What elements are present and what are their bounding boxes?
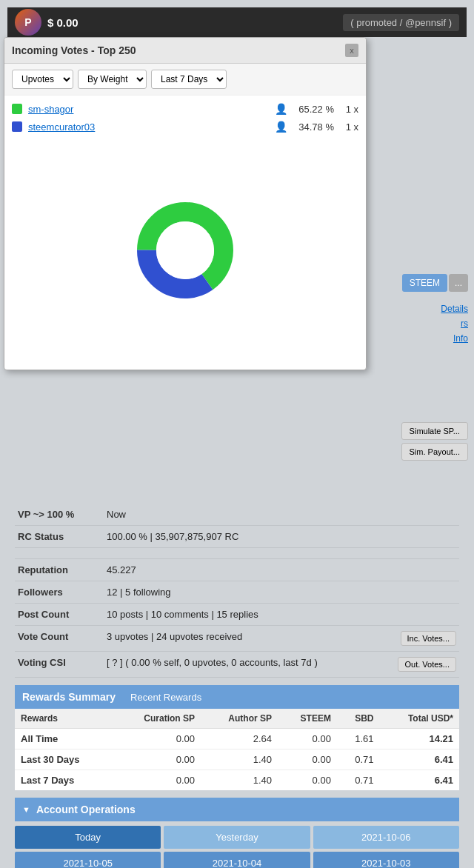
vote-color-blue [12,121,22,132]
reputation-label: Reputation [15,559,104,581]
rewards-curation-30days: 0.00 [113,750,201,770]
promoted-label: ( promoted / @pennsif ) [343,14,459,31]
col-rewards: Rewards [15,709,113,729]
rewards-author-30days: 1.40 [201,750,278,770]
ops-cell-1006[interactable]: 2021-10-06 [313,826,459,849]
voting-csi-row: Voting CSI [ ? ] ( 0.00 % self, 0 upvote… [15,652,459,678]
more-button[interactable]: ... [449,274,468,292]
vote-color-green [12,104,22,114]
vp-value: Now [104,504,459,526]
vote-pct-2: 34.78 % [293,121,334,133]
balance-display: $ 0.00 [47,16,79,29]
voter-icon-2: 👤 [275,121,287,133]
followers-label: Followers [15,581,104,604]
rewards-label-30days: Last 30 Days [15,750,113,770]
vote-pct-1: 65.22 % [293,104,334,115]
rc-row: RC Status 100.00 % | 35,907,875,907 RC [15,526,459,548]
rewards-row-30days: Last 30 Days 0.00 1.40 0.00 0.71 6.41 [15,750,459,770]
steem-button[interactable]: STEEM [402,274,447,292]
ops-cell-1005[interactable]: 2021-10-05 [15,852,161,868]
modal-title: Incoming Votes - Top 250 [12,44,136,56]
followers-value: 12 | 5 following [104,581,459,604]
donut-hole [156,221,214,279]
simulate-sp-button[interactable]: Simulate SP... [401,422,468,440]
rewards-author-7days: 1.40 [201,770,278,791]
vote-name-2[interactable]: steemcurator03 [28,121,269,133]
modal-header: Incoming Votes - Top 250 x [4,38,366,64]
rewards-sbd-7days: 0.71 [337,770,380,791]
details-link[interactable]: Details [441,304,468,314]
rewards-label-alltime: All Time [15,729,113,750]
rewards-header: Rewards Summary Recent Rewards [15,685,459,709]
post-count-row: Post Count 10 posts | 10 comments | 15 r… [15,604,459,626]
filter-type-select[interactable]: Upvotes [12,70,73,89]
filter-sort-select[interactable]: By Weight [78,70,147,89]
col-author-sp: Author SP [201,709,278,729]
vote-count-2: 1 x [340,121,358,133]
stats-table: VP ~> 100 % Now RC Status 100.00 % | 35,… [15,504,459,678]
info-link[interactable]: Info [441,333,468,344]
ops-date-grid-row2: 2021-10-05 2021-10-04 2021-10-03 [15,852,459,868]
followers-row: Followers 12 | 5 following [15,581,459,604]
recent-rewards-tab[interactable]: Recent Rewards [130,692,201,703]
account-ops-title: Account Operations [36,804,136,815]
rs-link[interactable]: rs [441,318,468,329]
voting-csi-label: Voting CSI [15,652,104,678]
ops-cell-1003[interactable]: 2021-10-03 [313,852,459,868]
post-count-label: Post Count [15,604,104,626]
rewards-sbd-30days: 0.71 [337,750,380,770]
vp-row: VP ~> 100 % Now [15,504,459,526]
ops-date-grid-row1: Today Yesterday 2021-10-06 [15,826,459,849]
inc-votes-button[interactable]: Inc. Votes... [401,631,456,646]
account-ops-chevron: ▼ [22,805,30,814]
ops-cell-1004[interactable]: 2021-10-04 [164,852,310,868]
vote-count-1: 1 x [340,104,358,115]
right-links: Details rs Info [441,304,468,344]
background-page: P $ 0.00 ( promoted / @pennsif ) STEEM .… [0,0,474,868]
donut-chart [126,191,244,310]
rewards-summary-title: Rewards Summary [22,691,116,703]
rewards-label-7days: Last 7 Days [15,770,113,791]
filter-period-select[interactable]: Last 7 Days [151,70,227,89]
avatar: P [15,9,41,36]
ops-cell-yesterday[interactable]: Yesterday [164,826,310,849]
rewards-steem-alltime: 0.00 [278,729,337,750]
rewards-table-header-row: Rewards Curation SP Author SP STEEM SBD … [15,709,459,729]
modal-controls: Upvotes By Weight Last 7 Days [4,64,366,96]
incoming-votes-modal: Incoming Votes - Top 250 x Upvotes By We… [4,37,367,370]
modal-close-button[interactable]: x [345,44,358,57]
vp-label: VP ~> 100 % [15,504,104,526]
simulate-payout-button[interactable]: Sim. Payout... [401,443,468,461]
rewards-author-alltime: 2.64 [201,729,278,750]
vote-row-1: sm-shagor 👤 65.22 % 1 x [12,103,358,115]
vote-count-label: Vote Count [15,626,104,652]
out-votes-button[interactable]: Out. Votes... [398,657,456,672]
modal-body: sm-shagor 👤 65.22 % 1 x steemcurator03 👤… [4,96,366,370]
reputation-row: Reputation 45.227 [15,559,459,581]
account-ops-header: ▼ Account Operations [15,798,459,821]
voter-icon-1: 👤 [275,103,287,115]
rewards-curation-alltime: 0.00 [113,729,201,750]
vote-row-2: steemcurator03 👤 34.78 % 1 x [12,121,358,133]
rewards-total-alltime: 14.21 [380,729,459,750]
col-steem: STEEM [278,709,337,729]
rewards-table: Rewards Curation SP Author SP STEEM SBD … [15,709,459,790]
donut-chart-area [12,138,358,362]
vote-count-value: 3 upvotes | 24 upvotes received Inc. Vot… [104,626,459,652]
rewards-curation-7days: 0.00 [113,770,201,791]
sim-buttons: Simulate SP... Sim. Payout... [401,422,468,461]
vote-name-1[interactable]: sm-shagor [28,104,269,115]
rewards-sbd-alltime: 1.61 [337,729,380,750]
rewards-row-7days: Last 7 Days 0.00 1.40 0.00 0.71 6.41 [15,770,459,791]
steem-button-bar: STEEM ... [402,274,468,292]
voting-csi-value: [ ? ] ( 0.00 % self, 0 upvotes, 0 accoun… [104,652,459,678]
col-curation-sp: Curation SP [113,709,201,729]
col-sbd: SBD [337,709,380,729]
ops-cell-today[interactable]: Today [15,826,161,849]
vote-count-row: Vote Count 3 upvotes | 24 upvotes receiv… [15,626,459,652]
rewards-total-30days: 6.41 [380,750,459,770]
rewards-row-alltime: All Time 0.00 2.64 0.00 1.61 14.21 [15,729,459,750]
reputation-value: 45.227 [104,559,459,581]
right-panel-buttons: STEEM ... [402,274,468,292]
rewards-steem-30days: 0.00 [278,750,337,770]
